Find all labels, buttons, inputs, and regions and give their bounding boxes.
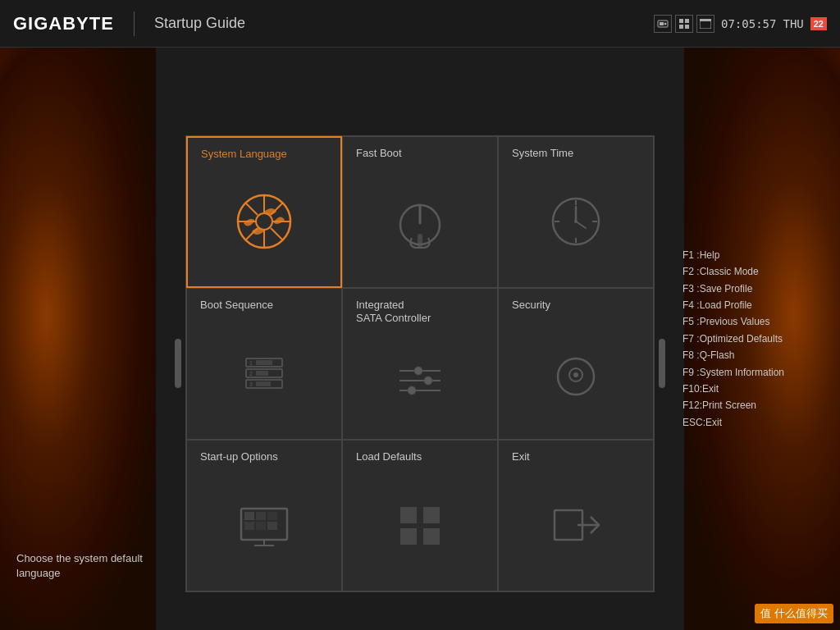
logo-area: GIGABYTE Startup Guide	[13, 11, 245, 36]
shortcut-f5: F5 :Previous Values	[682, 313, 832, 330]
day-display: THU	[783, 17, 803, 30]
grid-cell-sata[interactable]: IntegratedSATA Controller	[342, 288, 498, 440]
svg-rect-60	[423, 528, 440, 545]
brand-logo: GIGABYTE	[13, 13, 114, 34]
svg-point-43	[408, 386, 416, 395]
svg-rect-4	[685, 19, 689, 23]
cell-icon-fast-boot	[356, 167, 484, 276]
header-icon-group	[654, 15, 714, 33]
svg-line-27	[576, 221, 586, 228]
main-content: Choose the system default language Syste…	[0, 48, 840, 630]
shortcut-esc: ESC:Exit	[682, 414, 832, 431]
svg-point-2	[664, 22, 667, 25]
shortcut-f8: F8 :Q-Flash	[682, 347, 832, 363]
watermark: 值 什么值得买	[755, 604, 833, 623]
svg-rect-52	[256, 512, 266, 520]
svg-rect-59	[400, 528, 417, 545]
svg-text:3: 3	[249, 381, 253, 387]
grid-cell-security[interactable]: Security	[498, 288, 654, 440]
header-right-area: 07:05:57 THU 22	[654, 15, 827, 33]
shortcut-f10: F10:Exit	[682, 381, 832, 397]
cell-icon-system-time	[512, 167, 640, 276]
svg-rect-57	[400, 507, 417, 523]
cell-label-system-time: System Time	[512, 147, 573, 161]
svg-rect-8	[700, 19, 711, 21]
svg-point-10	[256, 213, 272, 230]
grid-cell-load-defaults[interactable]: Load Defaults	[342, 440, 498, 591]
svg-rect-20	[418, 234, 422, 249]
cell-icon-system-language	[201, 167, 327, 276]
svg-rect-53	[267, 512, 277, 520]
status-description: Choose the system default language	[16, 551, 164, 581]
menu-grid: System Language	[185, 135, 655, 592]
cell-label-security: Security	[512, 299, 550, 313]
cell-label-exit: Exit	[512, 450, 530, 464]
shortcut-f2: F2 :Classic Mode	[682, 263, 832, 280]
svg-point-41	[414, 367, 422, 375]
cell-label-startup: Start-up Options	[200, 450, 278, 464]
grid-view-icon[interactable]	[675, 15, 693, 33]
svg-point-46	[573, 372, 578, 377]
shortcut-f4: F4 :Load Profile	[682, 297, 832, 313]
svg-rect-55	[256, 522, 266, 530]
shortcut-list: F1 :Help F2 :Classic Mode F3 :Save Profi…	[682, 247, 832, 431]
cell-icon-exit	[512, 470, 640, 580]
header-divider	[134, 11, 135, 36]
clock-display: 07:05:57	[721, 17, 776, 30]
cell-label-load-defaults: Load Defaults	[356, 450, 422, 464]
page-title: Startup Guide	[154, 15, 245, 32]
svg-line-16	[271, 228, 283, 240]
cell-label-sata: IntegratedSATA Controller	[356, 299, 431, 326]
svg-rect-3	[679, 19, 683, 23]
svg-rect-1	[660, 22, 664, 25]
svg-rect-36	[256, 371, 268, 376]
cell-label-boot-sequence: Boot Sequence	[200, 299, 273, 313]
grid-cell-system-time[interactable]: System Time	[498, 136, 654, 288]
svg-rect-6	[685, 25, 689, 29]
svg-rect-35	[256, 360, 272, 365]
shortcut-key-f1: F1 :Help	[682, 249, 719, 261]
shortcut-f7: F7 :Optimized Defaults	[682, 331, 832, 347]
hd-icon[interactable]	[654, 15, 672, 33]
svg-line-15	[245, 203, 258, 215]
grid-cell-fast-boot[interactable]: Fast Boot	[342, 136, 498, 288]
right-sidebar: F1 :Help F2 :Classic Mode F3 :Save Profi…	[676, 64, 832, 614]
grid-cell-boot-sequence[interactable]: Boot Sequence 1 2 3	[186, 288, 342, 440]
cell-icon-startup	[200, 470, 328, 580]
svg-rect-58	[423, 507, 440, 523]
shortcut-f12: F12:Print Screen	[682, 397, 832, 413]
scroll-bar-left[interactable]	[175, 339, 181, 388]
cell-icon-sata	[356, 332, 484, 428]
svg-point-28	[574, 220, 578, 223]
cell-icon-security	[512, 318, 640, 428]
grid-cell-startup[interactable]: Start-up Options	[186, 440, 342, 591]
svg-rect-5	[679, 25, 683, 29]
center-menu-area: System Language	[164, 64, 676, 614]
cell-label-fast-boot: Fast Boot	[356, 147, 402, 161]
svg-text:1: 1	[249, 360, 253, 366]
cell-label-system-language: System Language	[201, 148, 287, 162]
date-box: 22	[810, 17, 827, 30]
grid-cell-exit[interactable]: Exit	[498, 440, 654, 591]
cell-icon-load-defaults	[356, 470, 484, 580]
shortcut-f1: F1 :Help	[682, 247, 832, 263]
left-sidebar: Choose the system default language	[8, 64, 164, 614]
scroll-bar-right[interactable]	[659, 339, 665, 388]
svg-rect-56	[267, 522, 277, 530]
shortcut-f9: F9 :System Information	[682, 364, 832, 381]
svg-rect-54	[244, 522, 254, 530]
header-bar: GIGABYTE Startup Guide	[0, 0, 840, 48]
cell-icon-boot-sequence: 1 2 3	[200, 318, 328, 428]
svg-rect-51	[244, 512, 254, 520]
window-icon[interactable]	[696, 15, 714, 33]
svg-text:2: 2	[249, 371, 253, 377]
shortcut-f3: F3 :Save Profile	[682, 281, 832, 297]
grid-cell-system-language[interactable]: System Language	[186, 136, 342, 288]
svg-point-42	[424, 377, 432, 385]
svg-rect-37	[256, 381, 271, 386]
